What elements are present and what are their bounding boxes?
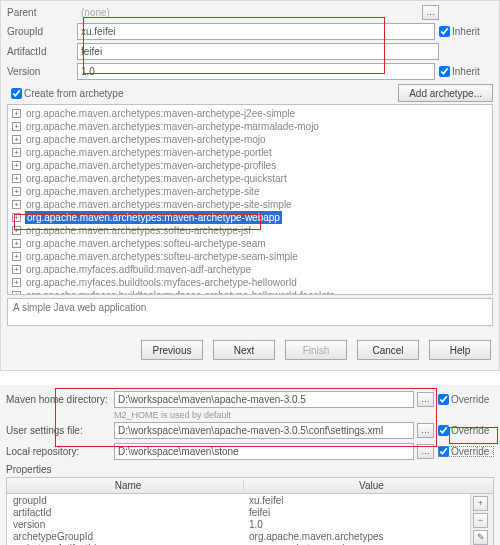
property-name: archetypeGroupId [7,531,243,542]
properties-header-name: Name [7,480,244,491]
parent-value: (none) [77,7,419,18]
archetype-item[interactable]: +org.apache.maven.archetypes:maven-arche… [8,133,492,146]
properties-side-controls: + − ✎ [470,494,493,545]
table-row[interactable]: groupIdxu.feifei [7,494,470,506]
user-override-checkbox[interactable]: Override [438,425,494,436]
expand-icon[interactable]: + [12,148,21,157]
archetype-item-label: org.apache.myfaces.buildtools:myfaces-ar… [25,277,298,288]
archetype-item-label: org.apache.maven.archetypes:maven-archet… [25,121,320,132]
user-settings-label: User settings file: [6,425,114,436]
artifact-id-input[interactable] [77,43,439,60]
parent-browse-button[interactable]: … [422,5,439,20]
expand-icon[interactable]: + [12,291,21,295]
repo-override-checkbox[interactable]: Override [438,446,494,457]
remove-property-button[interactable]: − [473,513,488,528]
properties-label: Properties [6,464,494,475]
archetype-item[interactable]: +org.apache.maven.archetypes:softeu-arch… [8,237,492,250]
archetype-item-label: org.apache.maven.archetypes:softeu-arche… [25,238,267,249]
archetype-item-label: org.apache.maven.archetypes:maven-archet… [25,199,293,210]
add-property-button[interactable]: + [473,496,488,511]
expand-icon[interactable]: + [12,265,21,274]
table-row[interactable]: archetypeGroupIdorg.apache.maven.archety… [7,530,470,542]
archetype-item[interactable]: +org.apache.maven.archetypes:maven-arche… [8,211,492,224]
archetype-item[interactable]: +org.apache.myfaces.buildtools:myfaces-a… [8,289,492,295]
local-repo-browse-button[interactable]: … [417,444,434,459]
user-settings-browse-button[interactable]: … [417,423,434,438]
archetype-item[interactable]: +org.apache.maven.archetypes:maven-arche… [8,159,492,172]
archetype-item-label: org.apache.maven.archetypes:softeu-arche… [25,251,299,262]
add-archetype-button[interactable]: Add archetype... [398,84,493,102]
property-name: version [7,519,243,530]
maven-home-hint: M2_HOME is used by default [114,410,494,420]
expand-icon[interactable]: + [12,174,21,183]
archetype-item[interactable]: +org.apache.maven.archetypes:softeu-arch… [8,224,492,237]
expand-icon[interactable]: + [12,278,21,287]
help-button[interactable]: Help [429,340,491,360]
archetype-item-label: org.apache.maven.archetypes:maven-archet… [25,173,288,184]
property-value: feifei [243,507,470,518]
maven-settings-panel: Maven home directory: … Override M2_HOME… [0,385,500,545]
expand-icon[interactable]: + [12,239,21,248]
archetype-item-label: org.apache.myfaces.adfbuild:maven-adf-ar… [25,264,252,275]
expand-icon[interactable]: + [12,161,21,170]
version-input[interactable] [77,63,435,80]
local-repo-label: Local repository: [6,446,114,457]
archetype-item-label: org.apache.maven.archetypes:softeu-arche… [25,225,252,236]
property-value: org.apache.maven.archetypes [243,531,470,542]
finish-button[interactable]: Finish [285,340,347,360]
home-override-checkbox[interactable]: Override [438,394,494,405]
create-from-archetype-checkbox[interactable]: Create from archetype [11,88,124,99]
archetype-item-label: org.apache.maven.archetypes:maven-archet… [25,134,267,145]
cancel-button[interactable]: Cancel [357,340,419,360]
wizard-button-bar: Previous Next Finish Cancel Help [7,336,493,364]
user-settings-input[interactable] [114,422,414,439]
properties-table: Name Value groupIdxu.feifeiartifactIdfei… [6,477,494,545]
expand-icon[interactable]: + [12,213,21,222]
local-repo-input[interactable] [114,443,414,460]
property-name: artifactId [7,507,243,518]
maven-home-browse-button[interactable]: … [417,392,434,407]
wizard-panel: Parent (none) … GroupId Inherit Artifact… [0,0,500,371]
archetype-item[interactable]: +org.apache.maven.archetypes:maven-arche… [8,120,492,133]
expand-icon[interactable]: + [12,226,21,235]
table-row[interactable]: artifactIdfeifei [7,506,470,518]
archetype-item[interactable]: +org.apache.maven.archetypes:maven-arche… [8,198,492,211]
group-inherit-checkbox[interactable]: Inherit [439,26,493,37]
expand-icon[interactable]: + [12,187,21,196]
table-row[interactable]: version1.0 [7,518,470,530]
expand-icon[interactable]: + [12,135,21,144]
archetype-description: A simple Java web application [7,298,493,326]
archetype-item[interactable]: +org.apache.maven.archetypes:maven-arche… [8,185,492,198]
version-label: Version [7,66,77,77]
expand-icon[interactable]: + [12,109,21,118]
maven-home-label: Maven home directory: [6,394,114,405]
expand-icon[interactable]: + [12,252,21,261]
archetype-item-label: org.apache.maven.archetypes:maven-archet… [25,186,260,197]
properties-header: Name Value [7,478,493,494]
next-button[interactable]: Next [213,340,275,360]
expand-icon[interactable]: + [12,200,21,209]
properties-header-value: Value [244,480,493,491]
archetype-item[interactable]: +org.apache.myfaces.adfbuild:maven-adf-a… [8,263,492,276]
edit-property-button[interactable]: ✎ [473,530,488,545]
previous-button[interactable]: Previous [141,340,203,360]
maven-home-input[interactable] [114,391,414,408]
archetype-item[interactable]: +org.apache.maven.archetypes:maven-arche… [8,146,492,159]
archetype-item-label: org.apache.maven.archetypes:maven-archet… [25,211,282,224]
archetype-item-label: org.apache.maven.archetypes:maven-archet… [25,160,277,171]
archetype-tree[interactable]: +org.apache.maven.archetypes:maven-arche… [7,104,493,295]
archetype-item[interactable]: +org.apache.myfaces.buildtools:myfaces-a… [8,276,492,289]
group-id-input[interactable] [77,23,435,40]
archetype-item[interactable]: +org.apache.maven.archetypes:maven-arche… [8,172,492,185]
version-inherit-checkbox[interactable]: Inherit [439,66,493,77]
parent-label: Parent [7,7,77,18]
expand-icon[interactable]: + [12,122,21,131]
group-id-label: GroupId [7,26,77,37]
property-name: groupId [7,495,243,506]
archetype-item[interactable]: +org.apache.maven.archetypes:softeu-arch… [8,250,492,263]
property-value: xu.feifei [243,495,470,506]
artifact-id-label: ArtifactId [7,46,77,57]
archetype-item[interactable]: +org.apache.maven.archetypes:maven-arche… [8,107,492,120]
archetype-item-label: org.apache.maven.archetypes:maven-archet… [25,147,273,158]
property-value: 1.0 [243,519,470,530]
